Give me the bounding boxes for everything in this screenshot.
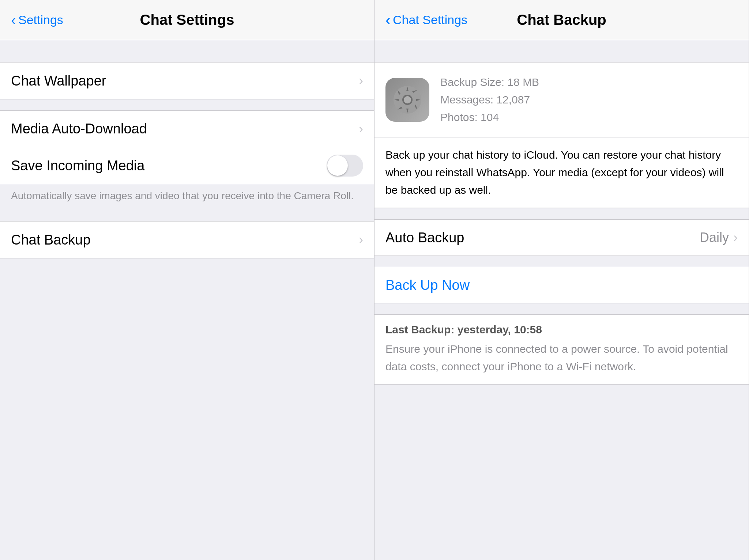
- media-auto-download-item[interactable]: Media Auto-Download ›: [0, 111, 374, 147]
- right-panel-title: Chat Backup: [517, 12, 606, 28]
- chat-settings-panel: ‹ Settings Chat Settings Chat Wallpaper …: [0, 0, 374, 560]
- media-auto-download-right: ›: [359, 121, 363, 137]
- auto-backup-label: Auto Backup: [385, 230, 464, 246]
- backup-size: Backup Size: 18 MB: [440, 73, 539, 91]
- backup-info-row: Backup Size: 18 MB Messages: 12,087 Phot…: [374, 63, 749, 137]
- last-backup-description: Ensure your iPhone is connected to a pow…: [385, 340, 738, 375]
- right-nav-bar: ‹ Chat Settings Chat Backup: [374, 0, 749, 40]
- gear-svg: [393, 85, 422, 114]
- save-incoming-media-item: Save Incoming Media: [0, 147, 374, 184]
- chat-backup-panel: ‹ Chat Settings Chat Backup: [374, 0, 749, 560]
- right-back-label: Chat Settings: [393, 13, 467, 27]
- chat-wallpaper-section: Chat Wallpaper ›: [0, 62, 374, 99]
- back-settings-label: Settings: [18, 13, 63, 27]
- auto-backup-value: Daily: [700, 230, 729, 245]
- chat-backup-right: ›: [359, 232, 363, 247]
- backup-photos: Photos: 104: [440, 109, 539, 126]
- back-to-chat-settings[interactable]: ‹ Chat Settings: [385, 12, 467, 28]
- backup-description: Back up your chat history to iCloud. You…: [374, 137, 749, 208]
- left-panel-title: Chat Settings: [140, 12, 234, 28]
- back-to-settings[interactable]: ‹ Settings: [11, 12, 63, 28]
- chat-backup-section: Chat Backup ›: [0, 221, 374, 258]
- auto-backup-right: Daily ›: [700, 230, 738, 245]
- toggle-knob: [327, 155, 348, 176]
- media-auto-download-chevron-icon: ›: [359, 121, 363, 137]
- media-section: Media Auto-Download › Save Incoming Medi…: [0, 110, 374, 184]
- backup-details: Backup Size: 18 MB Messages: 12,087 Phot…: [440, 73, 539, 126]
- icloud-icon: [385, 78, 429, 122]
- save-incoming-media-toggle[interactable]: [327, 155, 363, 177]
- chat-wallpaper-item[interactable]: Chat Wallpaper ›: [0, 63, 374, 99]
- media-auto-download-label: Media Auto-Download: [11, 121, 147, 137]
- chat-wallpaper-right: ›: [359, 73, 363, 88]
- backup-now-label: Back Up Now: [385, 277, 470, 293]
- right-back-chevron-icon: ‹: [385, 12, 391, 28]
- backup-info-section: Backup Size: 18 MB Messages: 12,087 Phot…: [374, 62, 749, 208]
- right-panel-content: Backup Size: 18 MB Messages: 12,087 Phot…: [374, 40, 749, 560]
- backup-messages: Messages: 12,087: [440, 91, 539, 109]
- chat-backup-label: Chat Backup: [11, 232, 91, 248]
- back-chevron-icon: ‹: [11, 12, 16, 28]
- last-backup-title: Last Backup: yesterday, 10:58: [385, 323, 738, 336]
- auto-backup-chevron-icon: ›: [733, 230, 738, 245]
- backup-now-row[interactable]: Back Up Now: [374, 267, 749, 303]
- left-nav-bar: ‹ Settings Chat Settings: [0, 0, 374, 40]
- svg-point-2: [404, 96, 411, 103]
- chat-backup-chevron-icon: ›: [359, 232, 363, 247]
- auto-backup-row[interactable]: Auto Backup Daily ›: [374, 219, 749, 256]
- last-backup-section: Last Backup: yesterday, 10:58 Ensure you…: [374, 314, 749, 385]
- chat-wallpaper-chevron-icon: ›: [359, 73, 363, 88]
- save-incoming-media-label: Save Incoming Media: [11, 158, 144, 174]
- chat-wallpaper-label: Chat Wallpaper: [11, 73, 106, 89]
- save-incoming-footer: Automatically save images and video that…: [0, 184, 374, 210]
- left-panel-content: Chat Wallpaper › Media Auto-Download › S…: [0, 40, 374, 560]
- chat-backup-item[interactable]: Chat Backup ›: [0, 222, 374, 258]
